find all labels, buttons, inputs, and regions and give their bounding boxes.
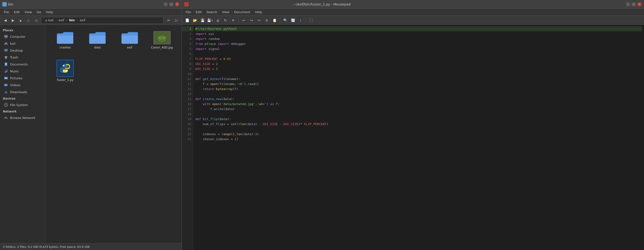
- editor-title-text: ~/exif/bin/fuzzer_1.py - Mousepad: [294, 2, 350, 6]
- breadcrumb-kali[interactable]: ⌂ kali: [43, 18, 56, 22]
- editor-close-doc-button[interactable]: ✕: [230, 17, 236, 24]
- editor-menu-search[interactable]: Search: [204, 10, 219, 14]
- fm-menu-file[interactable]: File: [2, 10, 11, 14]
- editor-menu-help[interactable]: Help: [253, 10, 264, 14]
- editor-menu-bar: File Edit Search View Document Help: [182, 8, 644, 16]
- editor-new-button[interactable]: 📄: [184, 17, 190, 24]
- file-item-exif[interactable]: exif: [115, 30, 145, 56]
- editor-cut-button[interactable]: ✂: [256, 17, 262, 24]
- file-item-crashes[interactable]: crashes: [50, 30, 80, 56]
- breadcrumb-exif[interactable]: exif: [57, 18, 66, 22]
- code-line-2: import sys: [195, 31, 642, 36]
- editor-menu-document[interactable]: Document: [232, 10, 252, 14]
- code-line-5: import signal: [195, 46, 642, 51]
- sidebar-item-desktop-label: Desktop: [10, 49, 23, 52]
- file-item-data[interactable]: data: [82, 30, 112, 56]
- trash-icon: [4, 55, 8, 59]
- fm-menu-go[interactable]: Go: [35, 10, 43, 14]
- fm-menu-edit[interactable]: Edit: [12, 10, 22, 14]
- sidebar-item-videos[interactable]: Videos: [1, 82, 44, 88]
- editor-code-body[interactable]: 1 2 3 4 5 6 7 8 9 10 11 12 13 14 15 16 1…: [182, 25, 644, 250]
- code-line-10: [195, 71, 642, 76]
- line-number-1: 1: [182, 26, 193, 31]
- editor-copy-button[interactable]: ⎘: [264, 17, 270, 24]
- editor-replace-button[interactable]: 🔄: [290, 17, 296, 24]
- line-number-14: 14: [182, 92, 193, 97]
- line-number-18: 18: [182, 112, 193, 117]
- line-number-23: 23: [182, 136, 193, 142]
- sidebar-item-desktop[interactable]: Desktop: [1, 47, 44, 54]
- line-number-13: 13: [182, 86, 193, 92]
- code-line-7: FLIP_PERCENT = 0.01: [195, 56, 642, 61]
- editor-minimize-button[interactable]: ─: [626, 2, 630, 6]
- sidebar-item-downloads[interactable]: Downloads: [1, 89, 44, 95]
- fm-minimize-button[interactable]: ─: [164, 2, 168, 6]
- file-manager: bin ─ □ ✕ File Edit View Go Help ◀ ▶ ▲ ⌂…: [0, 0, 182, 250]
- code-line-19: def bit_flip(data):: [195, 117, 642, 122]
- fm-title-buttons: ─ □ ✕: [164, 2, 179, 6]
- sidebar-item-documents[interactable]: Documents: [1, 61, 44, 68]
- fm-close-button[interactable]: ✕: [175, 2, 179, 6]
- fm-next-pane-button[interactable]: ▷: [173, 17, 180, 24]
- desktop-icon: [4, 48, 8, 53]
- sidebar-item-videos-label: Videos: [10, 83, 20, 87]
- editor-menu-file[interactable]: File: [184, 10, 193, 14]
- editor-menu-view[interactable]: View: [220, 10, 232, 14]
- fm-back-button[interactable]: ◀: [2, 17, 8, 24]
- code-area[interactable]: #!/usr/bin/env python3 import sys import…: [193, 25, 644, 250]
- fm-home-button[interactable]: ⌂: [25, 17, 32, 24]
- filesystem-icon: [4, 103, 8, 107]
- editor-goto-button[interactable]: ↕: [297, 17, 304, 24]
- computer-icon: [4, 34, 8, 39]
- fm-menu-help[interactable]: Help: [44, 10, 55, 14]
- editor-open-button[interactable]: 📂: [192, 17, 198, 24]
- image-thumb-canon: [154, 31, 171, 44]
- sidebar-item-trash[interactable]: Trash: [1, 54, 44, 61]
- sidebar-item-pictures[interactable]: Pictures: [1, 75, 44, 81]
- svg-rect-8: [5, 63, 7, 66]
- editor-undo-button[interactable]: ↩: [240, 17, 247, 24]
- fm-menu-bar: File Edit View Go Help: [0, 8, 182, 16]
- fm-prev-pane-button[interactable]: ◁: [32, 17, 39, 24]
- music-icon: [4, 69, 8, 73]
- editor-save-button[interactable]: 💾: [199, 17, 206, 24]
- sidebar-item-computer-label: Computer: [10, 35, 26, 38]
- editor-close-button[interactable]: ✕: [637, 2, 642, 6]
- editor-maximize-button[interactable]: □: [632, 2, 636, 6]
- code-line-6: [195, 51, 642, 56]
- fm-menu-view[interactable]: View: [23, 10, 34, 14]
- line-number-2: 2: [182, 31, 193, 36]
- breadcrumb-bin[interactable]: bin: [67, 18, 76, 22]
- editor-redo-button[interactable]: ↪: [248, 17, 255, 24]
- line-number-3: 3: [182, 36, 193, 41]
- editor-fullscreen-button[interactable]: ⛶: [308, 17, 315, 24]
- file-item-fuzzer[interactable]: fuzzer_1.py: [50, 58, 80, 85]
- fm-forward-button[interactable]: ▶: [10, 17, 16, 24]
- sidebar-item-documents-label: Documents: [10, 63, 28, 66]
- svg-rect-6: [4, 56, 8, 57]
- editor-saveas-button[interactable]: 💾+: [207, 17, 214, 24]
- fm-maximize-button[interactable]: □: [169, 2, 174, 6]
- editor-menu-edit[interactable]: Edit: [194, 10, 204, 14]
- editor-print-button[interactable]: 🖨: [214, 17, 221, 24]
- code-line-23: chosen_indexes = []: [195, 136, 642, 142]
- fm-edit-location-button[interactable]: ✏: [165, 17, 172, 24]
- sidebar-item-computer[interactable]: Computer: [1, 33, 44, 40]
- sidebar-item-music[interactable]: Music: [1, 68, 44, 75]
- sidebar-item-kali[interactable]: kali: [1, 40, 44, 47]
- folder-icon-data: [89, 31, 106, 44]
- editor-toolbar-sep3: [306, 18, 306, 23]
- editor-search-button[interactable]: 🔍: [282, 17, 288, 24]
- sidebar-item-filesystem[interactable]: File System: [1, 102, 44, 108]
- editor-paste-button[interactable]: 📋: [271, 17, 278, 24]
- file-item-canon[interactable]: Canon_40D.jpg: [147, 30, 177, 56]
- breadcrumb-exif2[interactable]: exif: [78, 18, 87, 22]
- svg-rect-5: [5, 57, 7, 59]
- fm-up-button[interactable]: ▲: [17, 17, 24, 24]
- editor-toolbar: 📄 📂 💾 💾+ 🖨 ↻ ✕ ↩ ↪ ✂ ⎘ 📋 🔍 🔄 ↕ ⛶: [182, 16, 644, 25]
- sidebar-item-browse-network[interactable]: Browse Network: [1, 114, 44, 121]
- svg-rect-7: [6, 56, 6, 56]
- editor-toolbar-sep2: [280, 18, 280, 23]
- editor-refresh-button[interactable]: ↻: [222, 17, 229, 24]
- home-icon: [4, 41, 8, 46]
